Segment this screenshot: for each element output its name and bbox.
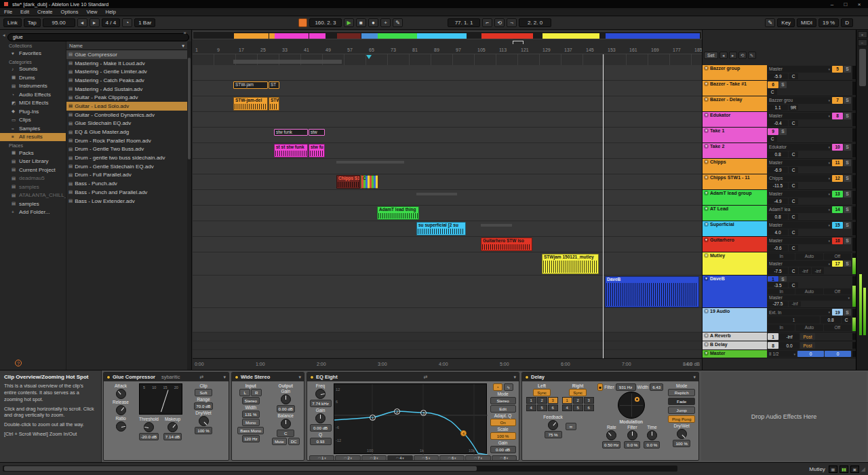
- track-fold-icon[interactable]: ▾: [704, 113, 709, 117]
- device-title-bar[interactable]: EQ Eight ⇄ ▾: [307, 373, 519, 381]
- device-activator-icon[interactable]: [525, 375, 529, 379]
- device-activator-icon[interactable]: [235, 375, 239, 379]
- minimize-button[interactable]: –: [827, 1, 837, 7]
- device-title-bar[interactable]: Delay ▾: [522, 373, 698, 381]
- mod-time-value[interactable]: 0.0 %: [644, 441, 660, 449]
- expand-icon[interactable]: ⇄: [424, 375, 428, 380]
- solo-button[interactable]: S: [779, 276, 787, 282]
- track-fold-icon[interactable]: ▾: [704, 238, 709, 242]
- solo-button[interactable]: S: [844, 175, 851, 182]
- resize-grip-icon[interactable]: ◢: [861, 466, 865, 472]
- clip-stw-jam[interactable]: STW-jam: [233, 81, 268, 89]
- mod-time-knob[interactable]: [647, 430, 657, 440]
- track-number[interactable]: 19: [832, 309, 843, 316]
- track-header-take-1[interactable]: ▾Take 19SC: [703, 128, 856, 143]
- track-name[interactable]: ▾B Delay: [703, 341, 767, 349]
- gain-knob[interactable]: [281, 394, 291, 404]
- file-row[interactable]: ▤EQ & Glue Master.adg: [66, 128, 187, 136]
- pan-value[interactable]: C: [789, 167, 798, 174]
- track-header-bazzer-take-1[interactable]: ▾Bazzer - Take #16SC: [703, 81, 856, 96]
- monitor-button[interactable]: Off: [824, 324, 851, 331]
- track-number[interactable]: 11: [832, 159, 843, 166]
- input-left-toggle[interactable]: L: [239, 389, 250, 396]
- fold-icon[interactable]: ▾: [223, 375, 226, 380]
- clip-st-st-stw-funk[interactable]: st st stw funk: [274, 144, 308, 157]
- send-value[interactable]: -inf: [799, 267, 811, 274]
- volume-value[interactable]: 0.8: [768, 214, 788, 221]
- track-fold-icon[interactable]: ▾: [704, 97, 709, 102]
- beat-division-2[interactable]: 2: [537, 397, 547, 404]
- file-row[interactable]: ▤Mastering - Make It Loud.adv: [66, 59, 187, 68]
- tap-tempo-button[interactable]: Tap: [24, 18, 41, 27]
- beat-division-4[interactable]: 4: [562, 404, 572, 411]
- monitor-button[interactable]: Off: [824, 288, 851, 294]
- file-row[interactable]: ▤Glue Sidechain EQ.adv: [66, 119, 187, 128]
- loop-switch[interactable]: ⟲: [494, 18, 505, 27]
- file-row[interactable]: ▤Drum - Full Parallel.adv: [66, 171, 187, 180]
- beat-division-2[interactable]: 2: [573, 397, 583, 404]
- master-value[interactable]: 0: [825, 351, 851, 357]
- sidebar-item-user-library[interactable]: ▤User Library: [0, 157, 66, 166]
- track-header-bazzer-delay[interactable]: ▾Bazzer - DelayBazzer grou▾7S1.19R: [703, 96, 856, 112]
- pan-value[interactable]: C: [768, 89, 777, 96]
- track-name[interactable]: ▾A Reverb: [703, 332, 767, 341]
- draw-mode-button[interactable]: ✎: [765, 18, 775, 27]
- output-routing[interactable]: Edukator▾: [768, 144, 831, 151]
- delay-dry-wet-knob[interactable]: [677, 429, 687, 439]
- analyze-icon[interactable]: ∿: [504, 383, 513, 391]
- file-row[interactable]: ▤Bass - Low Extender.adv: [66, 197, 187, 206]
- section-places[interactable]: Places: [0, 141, 66, 149]
- send-value[interactable]: -inf: [812, 267, 824, 274]
- track-fold-icon[interactable]: ▾: [704, 144, 709, 149]
- mode-fade[interactable]: Fade: [668, 398, 695, 405]
- solo-button[interactable]: S: [779, 81, 787, 88]
- solo-button[interactable]: S: [844, 191, 851, 197]
- volume-value[interactable]: 0.8: [768, 151, 788, 158]
- freeze-button[interactable]: ∞: [566, 423, 576, 430]
- sidebar-item-samples[interactable]: ≈Samples: [0, 124, 66, 133]
- browser-scrollbar[interactable]: [187, 41, 191, 370]
- file-row[interactable]: ▤Guitar - Controlled Dynamics.adv: [66, 111, 187, 119]
- track-number[interactable]: 6: [768, 81, 778, 88]
- pan-value[interactable]: C: [789, 267, 798, 274]
- mute-button[interactable]: Mute: [272, 438, 287, 445]
- output-routing[interactable]: Master▾: [768, 261, 831, 267]
- solo-button[interactable]: S: [844, 206, 851, 213]
- section-categories[interactable]: Categories: [0, 58, 66, 65]
- time-signature-field[interactable]: 4 / 4: [102, 18, 121, 27]
- eq-band-button-3[interactable]: ◠3▾: [361, 455, 387, 461]
- computer-midi-keyboard-button[interactable]: Key: [777, 18, 795, 27]
- loop-start-field[interactable]: 77. 1. 1: [448, 18, 480, 27]
- automation-arm-button[interactable]: ✎: [393, 18, 403, 27]
- mode-jump[interactable]: Jump: [668, 406, 695, 414]
- track-number[interactable]: 1: [768, 276, 778, 282]
- track-number[interactable]: 7: [832, 97, 843, 104]
- eq-gain-knob[interactable]: [315, 413, 326, 423]
- sidebar-item-clips[interactable]: ▭Clips: [0, 116, 66, 125]
- file-row[interactable]: ▤Mastering - Catch Peaks.adv: [66, 76, 187, 85]
- link-button[interactable]: Link: [3, 18, 22, 27]
- volume-value[interactable]: 0.8: [821, 316, 841, 323]
- beat-division-6[interactable]: 6: [584, 404, 594, 411]
- track-fold-icon[interactable]: ▾: [704, 276, 709, 281]
- clip-stw-fu[interactable]: stw fu: [309, 144, 325, 157]
- monitor-button[interactable]: Auto: [795, 288, 823, 294]
- monitor-button[interactable]: In: [768, 253, 795, 260]
- scale-value[interactable]: 100 %: [490, 432, 516, 440]
- scroll-handle[interactable]: [859, 49, 866, 86]
- volume-value[interactable]: 0.0: [779, 342, 800, 349]
- solo-button[interactable]: S: [779, 128, 787, 135]
- sidebar-item-midi-effects[interactable]: ◩MIDI Effects: [0, 99, 66, 108]
- monitor-button[interactable]: Auto: [795, 324, 823, 331]
- track-name[interactable]: ▾Take 1: [703, 128, 767, 142]
- file-row[interactable]: ▤Guitar - Lead Solo.adv: [66, 102, 187, 111]
- feedback-value[interactable]: 75 %: [545, 431, 562, 438]
- solo-button[interactable]: S: [844, 97, 851, 104]
- scroll-handle[interactable]: [4, 466, 477, 471]
- bass-mono-freq[interactable]: 120 Hz: [242, 435, 260, 442]
- track-number[interactable]: 12: [832, 175, 843, 182]
- delay-dry-wet-value[interactable]: 100 %: [673, 440, 690, 447]
- volume-value[interactable]: -5.9: [768, 73, 788, 80]
- track-header-guitarhero[interactable]: ▾GuitarheroMaster▾16S-0.6C: [703, 237, 856, 252]
- track-name[interactable]: ▾Guitarhero: [703, 237, 767, 252]
